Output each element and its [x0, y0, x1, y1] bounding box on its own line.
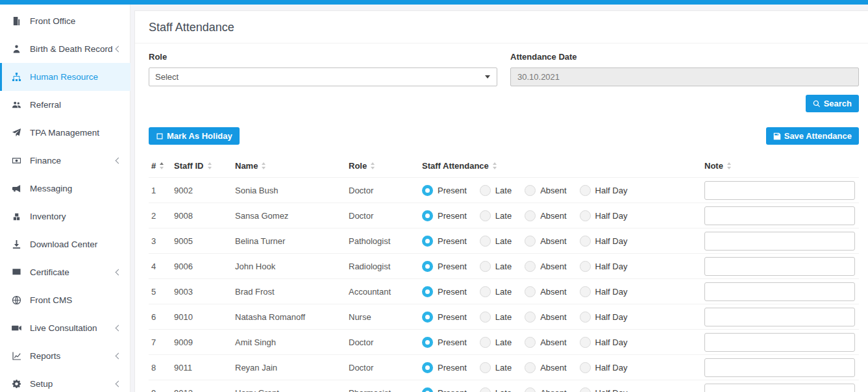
save-attendance-button[interactable]: Save Attendance	[766, 127, 859, 145]
attendance-radio-late[interactable]	[480, 236, 491, 247]
attendance-radio-absent[interactable]	[525, 286, 536, 297]
sidebar-item-finance[interactable]: Finance	[0, 147, 130, 175]
attendance-date-input[interactable]	[510, 67, 859, 86]
note-input[interactable]	[704, 333, 855, 352]
sidebar-item-setup[interactable]: Setup	[0, 370, 130, 392]
attendance-radio-present[interactable]	[422, 312, 433, 323]
attendance-option-late[interactable]: Late	[480, 210, 512, 221]
attendance-option-present[interactable]: Present	[422, 387, 467, 392]
attendance-option-half-day[interactable]: Half Day	[580, 236, 628, 247]
attendance-option-present[interactable]: Present	[422, 286, 467, 297]
attendance-option-half-day[interactable]: Half Day	[580, 185, 628, 196]
attendance-radio-present[interactable]	[422, 337, 433, 348]
column-header-num[interactable]: #	[149, 161, 174, 171]
sidebar-item-tpa-management[interactable]: TPA Management	[0, 119, 130, 147]
attendance-option-absent[interactable]: Absent	[525, 337, 566, 348]
attendance-radio-late[interactable]	[480, 362, 491, 373]
attendance-option-absent[interactable]: Absent	[525, 312, 566, 323]
sidebar-item-messaging[interactable]: Messaging	[0, 175, 130, 202]
attendance-option-present[interactable]: Present	[422, 337, 467, 348]
attendance-radio-absent[interactable]	[525, 337, 536, 348]
attendance-option-half-day[interactable]: Half Day	[580, 312, 628, 323]
sidebar-item-human-resource[interactable]: Human Resource	[0, 63, 130, 91]
attendance-radio-half-day[interactable]	[580, 185, 591, 196]
sidebar-item-referral[interactable]: Referral	[0, 91, 130, 119]
attendance-radio-absent[interactable]	[525, 185, 536, 196]
column-header-note[interactable]: Note	[704, 161, 859, 171]
sidebar-item-reports[interactable]: Reports	[0, 342, 130, 370]
note-input[interactable]	[704, 232, 855, 251]
attendance-radio-present[interactable]	[422, 387, 433, 392]
attendance-radio-late[interactable]	[480, 261, 491, 272]
attendance-option-absent[interactable]: Absent	[525, 286, 566, 297]
attendance-radio-half-day[interactable]	[580, 312, 591, 323]
attendance-option-absent[interactable]: Absent	[525, 236, 566, 247]
attendance-radio-present[interactable]	[422, 261, 433, 272]
column-header-staff-id[interactable]: Staff ID	[174, 161, 235, 171]
attendance-radio-late[interactable]	[480, 337, 491, 348]
sidebar-item-live-consultation[interactable]: Live Consultation	[0, 314, 130, 342]
attendance-radio-absent[interactable]	[525, 236, 536, 247]
sidebar-item-inventory[interactable]: Inventory	[0, 202, 130, 230]
attendance-radio-half-day[interactable]	[580, 337, 591, 348]
attendance-radio-late[interactable]	[480, 312, 491, 323]
sidebar-item-download-center[interactable]: Download Center	[0, 230, 130, 258]
sidebar-item-front-cms[interactable]: Front CMS	[0, 286, 130, 314]
attendance-option-present[interactable]: Present	[422, 312, 467, 323]
attendance-radio-half-day[interactable]	[580, 387, 591, 392]
attendance-radio-present[interactable]	[422, 185, 433, 196]
attendance-option-late[interactable]: Late	[480, 236, 512, 247]
search-button[interactable]: Search	[806, 95, 859, 112]
attendance-option-late[interactable]: Late	[480, 185, 512, 196]
sidebar-item-front-office[interactable]: Front Office	[0, 7, 130, 35]
mark-as-holiday-button[interactable]: Mark As Holiday	[149, 127, 240, 145]
attendance-radio-half-day[interactable]	[580, 210, 591, 221]
note-input[interactable]	[704, 206, 855, 225]
note-input[interactable]	[704, 181, 855, 200]
attendance-radio-present[interactable]	[422, 236, 433, 247]
attendance-option-late[interactable]: Late	[480, 312, 512, 323]
attendance-radio-half-day[interactable]	[580, 261, 591, 272]
attendance-option-late[interactable]: Late	[480, 261, 512, 272]
attendance-option-late[interactable]: Late	[480, 337, 512, 348]
note-input[interactable]	[704, 257, 855, 276]
attendance-radio-half-day[interactable]	[580, 286, 591, 297]
note-input[interactable]	[704, 308, 855, 326]
attendance-radio-late[interactable]	[480, 387, 491, 392]
sidebar-item-certificate[interactable]: Certificate	[0, 258, 130, 286]
attendance-option-late[interactable]: Late	[480, 387, 512, 392]
attendance-radio-half-day[interactable]	[580, 362, 591, 373]
attendance-option-half-day[interactable]: Half Day	[580, 210, 628, 221]
sidebar-item-birth-death-record[interactable]: Birth & Death Record	[0, 35, 130, 63]
attendance-radio-present[interactable]	[422, 286, 433, 297]
attendance-option-late[interactable]: Late	[480, 362, 512, 373]
attendance-option-absent[interactable]: Absent	[525, 387, 566, 392]
note-input[interactable]	[704, 358, 855, 377]
attendance-radio-half-day[interactable]	[580, 236, 591, 247]
note-input[interactable]	[704, 282, 855, 301]
attendance-option-absent[interactable]: Absent	[525, 185, 566, 196]
attendance-option-absent[interactable]: Absent	[525, 362, 566, 373]
attendance-radio-late[interactable]	[480, 185, 491, 196]
attendance-radio-present[interactable]	[422, 210, 433, 221]
column-header-role[interactable]: Role	[349, 161, 422, 171]
attendance-option-half-day[interactable]: Half Day	[580, 362, 628, 373]
attendance-option-present[interactable]: Present	[422, 362, 467, 373]
attendance-option-half-day[interactable]: Half Day	[580, 286, 628, 297]
attendance-radio-absent[interactable]	[525, 210, 536, 221]
attendance-option-late[interactable]: Late	[480, 286, 512, 297]
attendance-radio-absent[interactable]	[525, 261, 536, 272]
attendance-radio-late[interactable]	[480, 286, 491, 297]
attendance-option-present[interactable]: Present	[422, 261, 467, 272]
column-header-name[interactable]: Name	[235, 161, 349, 171]
attendance-radio-absent[interactable]	[525, 312, 536, 323]
role-select[interactable]: Select	[149, 67, 497, 86]
attendance-radio-absent[interactable]	[525, 387, 536, 392]
attendance-option-present[interactable]: Present	[422, 210, 467, 221]
attendance-radio-absent[interactable]	[525, 362, 536, 373]
attendance-option-present[interactable]: Present	[422, 236, 467, 247]
attendance-option-half-day[interactable]: Half Day	[580, 261, 628, 272]
attendance-option-absent[interactable]: Absent	[525, 210, 566, 221]
attendance-option-present[interactable]: Present	[422, 185, 467, 196]
attendance-option-half-day[interactable]: Half Day	[580, 387, 628, 392]
